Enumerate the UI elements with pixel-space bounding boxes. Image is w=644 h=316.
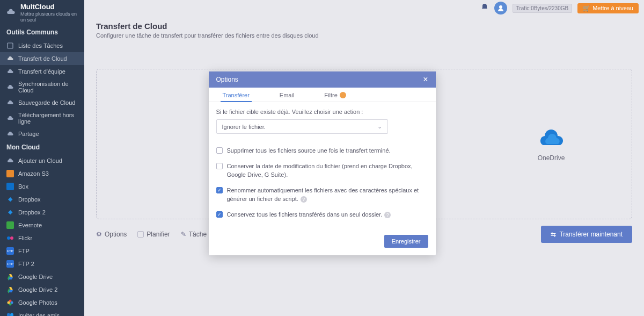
tab-email-label: Email bbox=[280, 92, 295, 98]
checkbox-label: Conserver la date de modification du fic… bbox=[227, 162, 428, 179]
conflict-action-select[interactable]: Ignorer le fichier. ⌄ bbox=[216, 119, 388, 134]
help-icon[interactable]: ? bbox=[384, 212, 391, 218]
modal-footer: Enregistrer bbox=[209, 231, 436, 255]
checkbox-icon bbox=[216, 163, 223, 169]
modal-tabs: Transférer Email Filtre bbox=[209, 88, 436, 102]
select-value: Ignorer le fichier. bbox=[222, 124, 266, 130]
modal-body: Si le fichier cible existe déjà. Veuille… bbox=[209, 102, 436, 231]
checkbox-label: Renommer automatiquement les fichiers av… bbox=[227, 186, 428, 203]
modal-header: Options × bbox=[209, 71, 436, 88]
conflict-prompt: Si le fichier cible existe déjà. Veuille… bbox=[216, 109, 428, 115]
options-modal: Options × Transférer Email Filtre Si le … bbox=[209, 71, 436, 255]
filter-badge-icon bbox=[340, 92, 346, 98]
modal-overlay: Options × Transférer Email Filtre Si le … bbox=[0, 0, 644, 316]
checkbox-delete-source[interactable]: Supprimer tous les fichiers source une f… bbox=[216, 147, 428, 155]
checkbox-keep-date[interactable]: Conserver la date de modification du fic… bbox=[216, 162, 428, 179]
checkbox-checked-icon: ✓ bbox=[216, 187, 223, 193]
checkbox-label: Supprimer tous les fichiers source une f… bbox=[227, 147, 391, 155]
checkbox-rename[interactable]: ✓ Renommer automatiquement les fichiers … bbox=[216, 186, 428, 203]
tab-filter-label: Filtre bbox=[324, 92, 337, 98]
chevron-down-icon: ⌄ bbox=[377, 123, 382, 130]
close-icon[interactable]: × bbox=[423, 75, 428, 84]
checkbox-label: Conservez tous les fichiers transférés d… bbox=[227, 211, 391, 219]
checkbox-single-folder[interactable]: ✓ Conservez tous les fichiers transférés… bbox=[216, 211, 428, 219]
help-icon[interactable]: ? bbox=[301, 196, 307, 203]
tab-transfer[interactable]: Transférer bbox=[215, 88, 257, 102]
tab-filter[interactable]: Filtre bbox=[317, 88, 353, 102]
save-button[interactable]: Enregistrer bbox=[384, 235, 428, 248]
checkbox-icon bbox=[216, 147, 223, 154]
modal-title: Options bbox=[216, 76, 238, 83]
tab-transfer-label: Transférer bbox=[223, 92, 250, 98]
tab-email[interactable]: Email bbox=[272, 88, 302, 102]
checkbox-checked-icon: ✓ bbox=[216, 211, 223, 218]
